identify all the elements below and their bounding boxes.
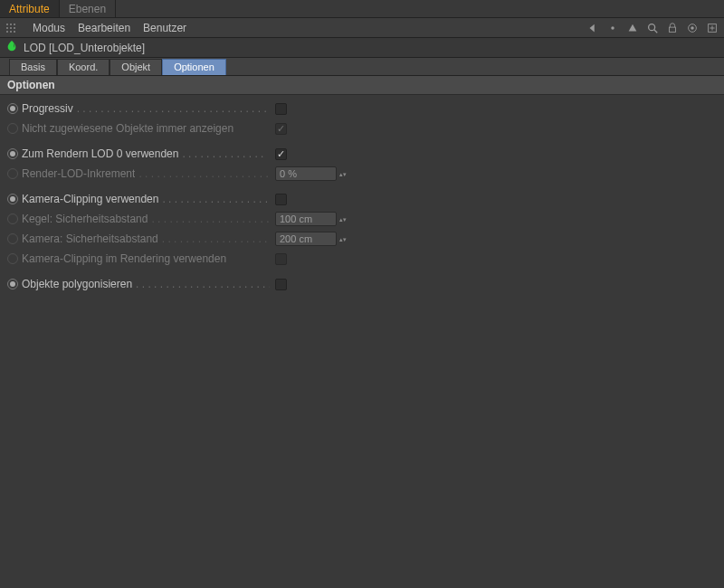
param-label: Kegel: Sicherheitsabstand <box>22 213 148 225</box>
param-label: Objekte polygonisieren <box>22 278 132 290</box>
param-render-lod-inkrement: Render-LOD-Inkrement . . . . . . . . . .… <box>7 164 717 184</box>
anim-dot-icon[interactable] <box>7 103 18 114</box>
search-icon[interactable] <box>646 22 659 34</box>
filler-dots: . . . . . . . . . . . . . . . . . . . . … <box>73 102 270 115</box>
checkbox-kamera-clipping-rendering <box>275 253 287 265</box>
tab-koord[interactable]: Koord. <box>57 59 110 75</box>
svg-line-2 <box>654 29 658 33</box>
nav-back-icon[interactable] <box>586 22 599 34</box>
spinner-icon: ▴▾ <box>338 166 348 181</box>
param-nicht-zugewiesene: Nicht zugewiesene Objekte immer anzeigen <box>7 119 717 138</box>
filler-dots: . . . . . . . . . . . . . . . . . . . . <box>148 213 270 225</box>
anim-dot-icon <box>7 123 18 134</box>
tab-objekt[interactable]: Objekt <box>110 59 162 75</box>
svg-point-5 <box>691 26 694 30</box>
param-label: Zum Rendern LOD 0 verwenden <box>22 147 178 160</box>
checkbox-zum-rendern-lod0[interactable] <box>275 148 287 160</box>
param-kamera-sicherheit: Kamera: Sicherheitsabstand . . . . . . .… <box>7 229 717 249</box>
nav-dot-icon[interactable] <box>606 22 619 34</box>
param-kamera-clipping-rendering: Kamera-Clipping im Rendering verwenden <box>7 249 717 269</box>
menu-benutzer[interactable]: Benutzer <box>143 22 186 34</box>
svg-point-1 <box>649 24 655 30</box>
section-heading: Optionen <box>0 76 724 95</box>
tab-attribute[interactable]: Attribute <box>0 0 60 17</box>
filler-dots: . . . . . . . . . . . . . . . . . . . . … <box>132 278 270 290</box>
param-label: Kamera: Sicherheitsabstand <box>22 232 158 245</box>
svg-point-0 <box>611 26 614 30</box>
anim-dot-icon <box>7 233 18 244</box>
menu-bearbeiten[interactable]: Bearbeiten <box>78 22 130 34</box>
checkbox-progressiv[interactable] <box>275 103 287 115</box>
object-title: LOD [LOD_Unterobjekte] <box>24 42 145 54</box>
tab-basis[interactable]: Basis <box>9 59 57 75</box>
new-window-icon[interactable] <box>706 22 719 34</box>
spinner-icon: ▴▾ <box>338 212 348 226</box>
param-kegel-sicherheit: Kegel: Sicherheitsabstand . . . . . . . … <box>7 209 717 229</box>
tab-ebenen[interactable]: Ebenen <box>60 0 116 17</box>
attribute-menubar: Modus Bearbeiten Benutzer <box>0 18 724 38</box>
param-label: Progressiv <box>22 102 73 115</box>
params-panel: Progressiv . . . . . . . . . . . . . . .… <box>0 95 724 301</box>
attribute-sub-tabs: Basis Koord. Objekt Optionen <box>0 58 724 76</box>
nav-up-icon[interactable] <box>626 22 639 34</box>
spinner-icon: ▴▾ <box>338 232 348 246</box>
checkbox-nicht-zugewiesene <box>275 123 287 135</box>
menu-modus[interactable]: Modus <box>33 22 65 34</box>
anim-dot-icon[interactable] <box>7 279 18 289</box>
param-objekte-polygonisieren: Objekte polygonisieren . . . . . . . . .… <box>7 274 717 294</box>
filler-dots: . . . . . . . . . . . . . . . . . . . . … <box>135 167 270 180</box>
checkbox-kamera-clipping[interactable] <box>275 194 287 205</box>
tab-optionen[interactable]: Optionen <box>162 59 226 75</box>
param-label: Render-LOD-Inkrement <box>22 167 135 180</box>
filler-dots: . . . . . . . . . . . . . . . . . . <box>158 232 270 245</box>
param-label: Kamera-Clipping verwenden <box>22 193 158 205</box>
lod-object-icon <box>5 40 18 55</box>
menubar-right-icons <box>586 18 719 37</box>
lock-icon[interactable] <box>666 22 679 34</box>
anim-dot-icon[interactable] <box>7 194 18 204</box>
anim-dot-icon <box>7 168 18 179</box>
anim-dot-icon[interactable] <box>7 148 18 159</box>
param-label: Kamera-Clipping im Rendering verwenden <box>22 252 226 265</box>
param-label: Nicht zugewiesene Objekte immer anzeigen <box>22 122 233 135</box>
anim-dot-icon <box>7 253 18 264</box>
filler-dots: . . . . . . . . . . . . . . . . . . <box>158 193 270 205</box>
input-kamera-sicherheit: 200 cm <box>275 232 337 246</box>
object-header: LOD [LOD_Unterobjekte] <box>0 38 724 58</box>
panel-tabs: Attribute Ebenen <box>0 0 724 18</box>
param-progressiv: Progressiv . . . . . . . . . . . . . . .… <box>7 99 717 119</box>
filler-dots: . . . . . . . . . . . . . . <box>178 147 270 160</box>
checkbox-objekte-polygonisieren[interactable] <box>275 279 287 290</box>
param-zum-rendern-lod0: Zum Rendern LOD 0 verwenden . . . . . . … <box>7 144 717 164</box>
drag-grip-icon[interactable] <box>5 23 16 33</box>
input-render-lod-inkrement: 0 % <box>275 166 337 181</box>
svg-rect-3 <box>670 27 676 32</box>
anim-dot-icon <box>7 213 18 224</box>
param-kamera-clipping: Kamera-Clipping verwenden . . . . . . . … <box>7 189 717 209</box>
input-kegel-sicherheit: 100 cm <box>275 212 337 226</box>
target-icon[interactable] <box>686 22 699 34</box>
